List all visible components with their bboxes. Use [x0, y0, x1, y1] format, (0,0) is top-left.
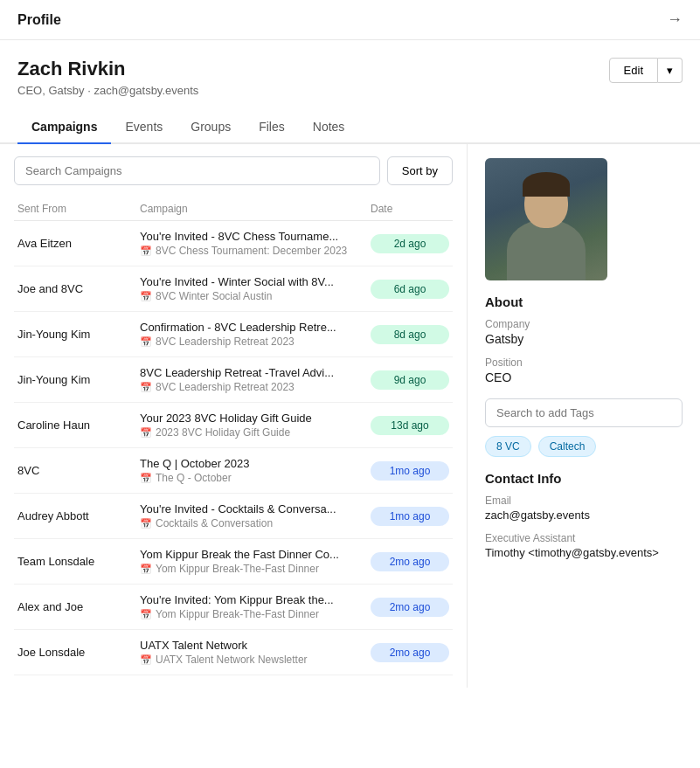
assistant-label: Executive Assistant — [485, 532, 683, 544]
campaign-sub-9: 📅 UATX Talent Network Newsletter — [140, 654, 371, 666]
email-value: zach@gatsby.events — [485, 509, 683, 522]
date-badge-4: 13d ago — [371, 416, 449, 435]
profile-info: Zach Rivkin CEO, Gatsby · zach@gatsby.ev… — [17, 58, 198, 97]
campaign-info-8: You're Invited: Yom Kippur Break the... … — [140, 593, 371, 620]
campaign-name-9: UATX Talent Network — [140, 639, 371, 652]
calendar-icon: 📅 — [140, 609, 152, 620]
tab-events[interactable]: Events — [111, 111, 177, 144]
campaign-name-5: The Q | October 2023 — [140, 457, 371, 470]
date-badge-0: 2d ago — [371, 234, 449, 253]
campaign-info-0: You're Invited - 8VC Chess Tourname... 📅… — [140, 230, 371, 257]
sent-from-9: Joe Lonsdale — [17, 646, 140, 659]
sent-from-2: Jin-Young Kim — [17, 328, 140, 341]
tab-campaigns[interactable]: Campaigns — [17, 111, 111, 144]
date-badge-7: 2mo ago — [371, 552, 449, 571]
search-sort-row: Sort by — [14, 156, 453, 185]
search-input[interactable] — [14, 156, 380, 185]
edit-caret-button[interactable]: ▾ — [658, 58, 683, 83]
profile-name: Zach Rivkin — [17, 58, 198, 80]
tab-files[interactable]: Files — [245, 111, 299, 144]
profile-subtitle: CEO, Gatsby · zach@gatsby.events — [17, 84, 198, 97]
date-badge-9: 2mo ago — [371, 643, 449, 662]
sent-from-5: 8VC — [17, 464, 140, 477]
about-section: About Company Gatsby Position CEO — [485, 294, 683, 384]
campaign-info-1: You're Invited - Winter Social with 8V..… — [140, 275, 371, 302]
top-bar: Profile → — [0, 0, 700, 40]
campaign-row[interactable]: Team Lonsdale Yom Kippur Break the Fast … — [14, 539, 453, 585]
date-badge-8: 2mo ago — [371, 598, 449, 617]
edit-btn-group: Edit ▾ — [609, 58, 683, 83]
date-badge-2: 8d ago — [371, 325, 449, 344]
edit-button[interactable]: Edit — [609, 58, 658, 83]
campaign-row[interactable]: Audrey Abbott You're Invited - Cocktails… — [14, 494, 453, 539]
position-label: Position — [485, 356, 683, 369]
campaign-info-3: 8VC Leadership Retreat -Travel Advi... 📅… — [140, 366, 371, 393]
campaign-row[interactable]: Caroline Haun Your 2023 8VC Holiday Gift… — [14, 403, 453, 448]
calendar-icon: 📅 — [140, 518, 152, 529]
campaign-name-7: Yom Kippur Break the Fast Dinner Co... — [140, 548, 371, 561]
calendar-icon: 📅 — [140, 564, 152, 575]
company-label: Company — [485, 318, 683, 330]
sent-from-4: Caroline Haun — [17, 419, 140, 432]
sort-button[interactable]: Sort by — [387, 156, 453, 185]
campaign-info-4: Your 2023 8VC Holiday Gift Guide 📅 2023 … — [140, 412, 371, 439]
campaign-row[interactable]: Joe Lonsdale UATX Talent Network 📅 UATX … — [14, 630, 453, 675]
campaign-name-3: 8VC Leadership Retreat -Travel Advi... — [140, 366, 371, 379]
campaign-rows-container: Ava Eitzen You're Invited - 8VC Chess To… — [14, 221, 453, 675]
campaign-row[interactable]: Alex and Joe You're Invited: Yom Kippur … — [14, 585, 453, 630]
date-badge-6: 1mo ago — [371, 507, 449, 526]
sent-from-3: Jin-Young Kim — [17, 373, 140, 386]
campaign-name-8: You're Invited: Yom Kippur Break the... — [140, 593, 371, 606]
campaign-name-0: You're Invited - 8VC Chess Tourname... — [140, 230, 371, 243]
campaign-sub-4: 📅 2023 8VC Holiday Gift Guide — [140, 426, 371, 439]
sent-from-1: Joe and 8VC — [17, 282, 140, 295]
campaign-sub-5: 📅 The Q - October — [140, 472, 371, 484]
date-badge-1: 6d ago — [371, 280, 449, 299]
top-bar-title: Profile — [17, 12, 61, 28]
sent-from-8: Alex and Joe — [17, 600, 140, 613]
arrow-icon[interactable]: → — [667, 10, 683, 29]
campaign-name-4: Your 2023 8VC Holiday Gift Guide — [140, 412, 371, 425]
assistant-value: Timothy <timothy@gatsby.events> — [485, 546, 683, 559]
sent-from-6: Audrey Abbott — [17, 509, 140, 522]
tag-caltech[interactable]: Caltech — [538, 436, 597, 457]
col-date: Date — [371, 203, 449, 215]
campaign-row[interactable]: Jin-Young Kim 8VC Leadership Retreat -Tr… — [14, 357, 453, 403]
campaign-row[interactable]: 8VC The Q | October 2023 📅 The Q - Octob… — [14, 448, 453, 494]
campaign-name-2: Confirmation - 8VC Leadership Retre... — [140, 321, 371, 334]
campaign-sub-1: 📅 8VC Winter Social Austin — [140, 290, 371, 302]
tag-8vc[interactable]: 8 VC — [485, 436, 531, 457]
campaign-sub-2: 📅 8VC Leadership Retreat 2023 — [140, 336, 371, 348]
position-value: CEO — [485, 370, 683, 384]
contact-info-title: Contact Info — [485, 471, 683, 486]
calendar-icon: 📅 — [140, 382, 152, 393]
right-panel: About Company Gatsby Position CEO 8 VC C… — [468, 144, 700, 688]
col-campaign: Campaign — [140, 203, 371, 215]
company-value: Gatsby — [485, 332, 683, 346]
campaign-row[interactable]: Ava Eitzen You're Invited - 8VC Chess To… — [14, 221, 453, 266]
tags-row: 8 VC Caltech — [485, 436, 683, 457]
campaign-sub-3: 📅 8VC Leadership Retreat 2023 — [140, 381, 371, 393]
tags-search-input[interactable] — [485, 398, 683, 427]
campaign-sub-6: 📅 Cocktails & Conversation — [140, 517, 371, 529]
calendar-icon: 📅 — [140, 427, 152, 439]
profile-photo — [485, 158, 607, 280]
email-label: Email — [485, 495, 683, 507]
campaign-sub-7: 📅 Yom Kippur Break-The-Fast Dinner — [140, 563, 371, 575]
campaigns-panel: Sort by Sent From Campaign Date Ava Eitz… — [0, 144, 468, 688]
calendar-icon: 📅 — [140, 291, 152, 302]
calendar-icon: 📅 — [140, 336, 152, 348]
contact-info-section: Contact Info Email zach@gatsby.events Ex… — [485, 471, 683, 559]
tab-notes[interactable]: Notes — [299, 111, 359, 144]
campaign-row[interactable]: Jin-Young Kim Confirmation - 8VC Leaders… — [14, 312, 453, 357]
campaign-info-9: UATX Talent Network 📅 UATX Talent Networ… — [140, 639, 371, 666]
tabs-bar: Campaigns Events Groups Files Notes — [0, 111, 700, 144]
about-title: About — [485, 294, 683, 309]
campaign-sub-8: 📅 Yom Kippur Break-The-Fast Dinner — [140, 608, 371, 620]
campaign-info-5: The Q | October 2023 📅 The Q - October — [140, 457, 371, 484]
campaign-name-1: You're Invited - Winter Social with 8V..… — [140, 275, 371, 288]
campaign-sub-0: 📅 8VC Chess Tournament: December 2023 — [140, 245, 371, 257]
calendar-icon: 📅 — [140, 654, 152, 666]
campaign-row[interactable]: Joe and 8VC You're Invited - Winter Soci… — [14, 266, 453, 312]
tab-groups[interactable]: Groups — [177, 111, 245, 144]
